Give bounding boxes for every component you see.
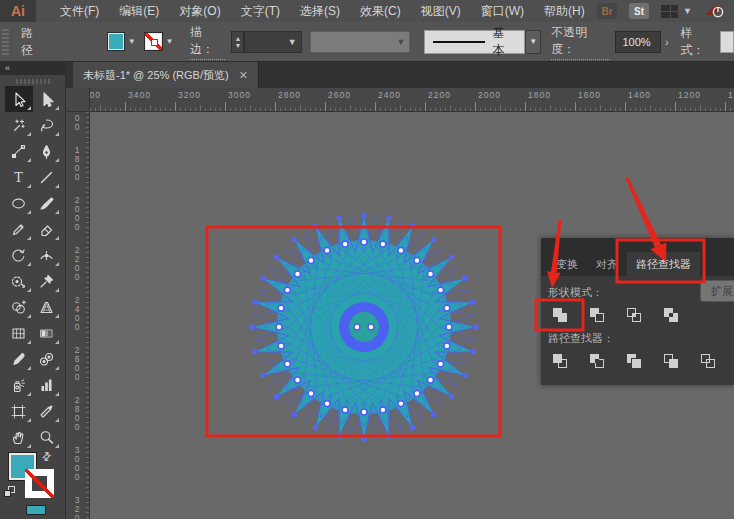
curvature-tool[interactable]	[5, 138, 33, 164]
intersect-button[interactable]	[622, 304, 646, 326]
control-bar-grip[interactable]	[2, 29, 9, 55]
stock-button[interactable]: St	[629, 3, 649, 19]
exclude-button[interactable]	[659, 304, 683, 326]
ruler-tick	[145, 108, 146, 111]
menu-items: 文件(F)编辑(E)对象(O)文字(T)选择(S)效果(C)视图(V)窗口(W)…	[50, 0, 595, 23]
ruler-tick	[720, 108, 721, 111]
shape-builder-tool[interactable]	[5, 294, 33, 320]
horizontal-ruler[interactable]: 3600340032003000280026002400220020001800…	[90, 88, 734, 112]
ellipse-tool[interactable]	[5, 190, 33, 216]
ruler-tick	[86, 347, 89, 348]
hand-tool[interactable]	[5, 424, 33, 450]
style-combo-clipped[interactable]	[720, 31, 734, 53]
vertical-ruler[interactable]: 160018002000220024002600280030003200	[66, 112, 90, 519]
stroke-weight-combo[interactable]: ▼	[244, 31, 301, 53]
ruler-tick	[86, 302, 89, 303]
menu-item[interactable]: 对象(O)	[169, 0, 230, 23]
profile-chevron-icon[interactable]: ▼	[525, 30, 541, 54]
artboard-tool[interactable]	[5, 398, 33, 424]
ruler-tick	[86, 192, 89, 193]
merge-button[interactable]	[622, 350, 646, 372]
color-mode-button-clipped[interactable]	[26, 505, 46, 515]
panel-tab-对齐[interactable]: 对齐	[587, 252, 627, 276]
tools-collapse-button[interactable]: «	[0, 62, 65, 75]
slice-tool[interactable]	[33, 398, 61, 424]
stroke-color-chip[interactable]	[144, 32, 163, 51]
pencil-tool[interactable]	[5, 216, 33, 242]
menu-item[interactable]: 效果(C)	[350, 0, 411, 23]
cs-live-icon[interactable]	[704, 3, 724, 19]
eyedropper-tool[interactable]	[5, 346, 33, 372]
unite-button[interactable]	[548, 304, 572, 326]
expand-button[interactable]: 扩展	[700, 280, 734, 302]
panel-tabs: 变换对齐路径查找器	[541, 238, 734, 276]
eraser-tool[interactable]	[33, 216, 61, 242]
menu-item[interactable]: 选择(S)	[290, 0, 350, 23]
minus-front-button[interactable]	[585, 304, 609, 326]
stroke-weight-stepper[interactable]: ▲▼	[231, 31, 244, 53]
ruler-origin-corner[interactable]	[66, 88, 90, 112]
close-tab-icon[interactable]: ✕	[239, 69, 248, 82]
opacity-value[interactable]: 100%	[615, 31, 661, 53]
bridge-button[interactable]: Br	[597, 3, 617, 19]
mesh-tool[interactable]	[5, 320, 33, 346]
menu-item[interactable]: 编辑(E)	[109, 0, 169, 23]
width-tool[interactable]	[33, 242, 61, 268]
ruler-label: 1600	[73, 112, 81, 132]
fill-chevron-icon[interactable]: ▼	[125, 32, 138, 51]
menu-item[interactable]: 窗口(W)	[471, 0, 534, 23]
stroke-weight-label[interactable]: 描边：	[190, 24, 226, 60]
perspective-grid-tool[interactable]	[33, 294, 61, 320]
document-tab[interactable]: 未标题-1* @ 25% (RGB/预览) ✕	[73, 62, 259, 88]
swap-fill-stroke-icon[interactable]: ⇄	[39, 449, 55, 465]
menu-item[interactable]: 文件(F)	[50, 0, 109, 23]
free-transform-tool[interactable]	[33, 268, 61, 294]
app-logo[interactable]: Ai	[0, 0, 36, 22]
document-title: 未标题-1* @ 25% (RGB/预览)	[83, 68, 229, 83]
magic-wand-tool[interactable]	[5, 112, 33, 138]
divide-button[interactable]	[548, 350, 572, 372]
panel-tab-路径查找器[interactable]: 路径查找器	[627, 252, 700, 276]
stroke-chevron-icon[interactable]: ▼	[163, 32, 176, 51]
stroke-swatch[interactable]	[25, 469, 54, 498]
opacity-label[interactable]: 不透明度：	[551, 24, 610, 60]
trim-button[interactable]	[585, 350, 609, 372]
blend-tool[interactable]	[33, 346, 61, 372]
selected-starburst-shape[interactable]	[244, 207, 484, 447]
variable-width-profile[interactable]: 基本	[424, 30, 525, 54]
ruler-tick	[110, 108, 111, 111]
menu-item[interactable]: 文字(T)	[231, 0, 290, 23]
ruler-label: 1600	[578, 90, 601, 100]
control-bar: 路径 ▼ ▼ 描边： ▲▼ ▼ ▼ 基本 ▼ 不透明度： 100% › 样式：	[0, 22, 734, 62]
outline-button[interactable]	[696, 350, 720, 372]
paintbrush-tool[interactable]	[33, 190, 61, 216]
gradient-tool[interactable]	[33, 320, 61, 346]
pen-tool[interactable]	[33, 138, 61, 164]
puppet-warp-icon	[10, 273, 27, 290]
crop-button[interactable]	[659, 350, 683, 372]
workspace-switcher[interactable]: ▼	[661, 5, 692, 18]
puppet-warp-tool[interactable]	[5, 268, 33, 294]
direct-selection-tool[interactable]	[33, 86, 61, 112]
ruler-tick	[155, 108, 156, 111]
ruler-tick	[175, 102, 176, 111]
line-segment-tool[interactable]	[33, 164, 61, 190]
menu-item[interactable]: 视图(V)	[411, 0, 471, 23]
ruler-tick	[455, 108, 456, 111]
type-tool[interactable]: T	[5, 164, 33, 190]
lasso-tool[interactable]	[33, 112, 61, 138]
fill-color-chip[interactable]	[107, 32, 126, 51]
tools-grip[interactable]	[16, 79, 50, 84]
symbol-sprayer-tool[interactable]	[5, 372, 33, 398]
default-fill-stroke-icon[interactable]	[4, 486, 16, 498]
selection-tool[interactable]	[5, 86, 33, 112]
ruler-tick	[86, 417, 89, 418]
brush-definition-combo[interactable]: ▼	[310, 31, 411, 53]
rotate-tool[interactable]	[5, 242, 33, 268]
opacity-flyout-icon[interactable]: ›	[661, 36, 673, 48]
ruler-tick	[590, 108, 591, 111]
menu-item[interactable]: 帮助(H)	[534, 0, 595, 23]
panel-tab-变换[interactable]: 变换	[547, 252, 587, 276]
column-graph-tool[interactable]	[33, 372, 61, 398]
zoom-tool[interactable]	[33, 424, 61, 450]
